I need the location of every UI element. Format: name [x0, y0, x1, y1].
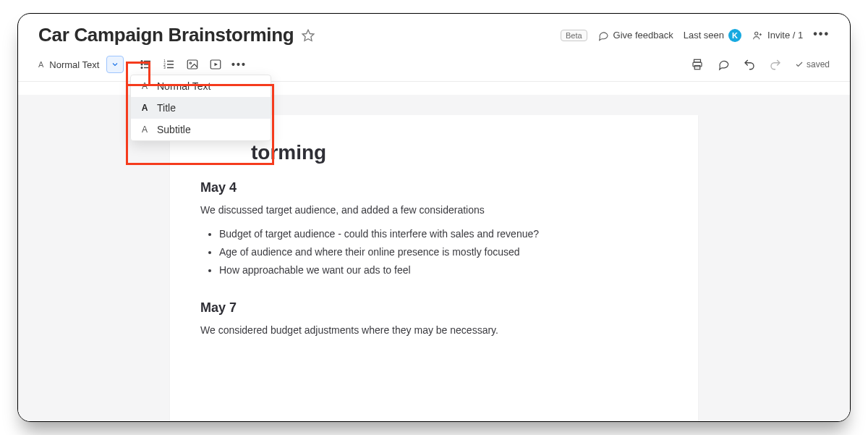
saved-indicator: saved: [795, 59, 830, 69]
list-item: Budget of target audience - could this i…: [219, 225, 668, 243]
text-style-dropdown: A Normal Text A Title A Subtitle: [130, 75, 271, 141]
svg-marker-17: [215, 63, 218, 67]
list-item: Age of audience and where their online p…: [219, 243, 668, 261]
invite-button[interactable]: Invite / 1: [752, 30, 803, 41]
formatting-icons: 1 2 3 •••: [140, 58, 245, 71]
text-style-current: Normal Text: [49, 59, 99, 70]
give-feedback-button[interactable]: Give feedback: [597, 30, 673, 41]
invite-label: Invite / 1: [767, 30, 803, 41]
section-heading: May 4: [200, 180, 668, 195]
redo-icon[interactable]: [769, 58, 782, 71]
text-style-a-icon: A: [140, 124, 150, 135]
svg-point-4: [142, 64, 143, 65]
text-style-a-icon: A: [140, 103, 150, 113]
svg-point-6: [142, 67, 143, 69]
header-bar: Car Campaign Brainstorming Beta Give fee…: [18, 14, 850, 51]
workspace: torming May 4 We discussed target audien…: [18, 95, 850, 421]
svg-marker-0: [302, 30, 314, 41]
style-option-label: Subtitle: [157, 124, 191, 135]
document-title-fragment: torming: [200, 141, 668, 164]
text-style-a-icon: A: [140, 81, 150, 91]
section-paragraph: We considered budget adjustments where t…: [200, 323, 668, 338]
svg-point-1: [755, 32, 758, 35]
favorite-star-icon[interactable]: [301, 28, 315, 43]
comment-icon[interactable]: [717, 58, 730, 71]
speech-bubble-icon: [597, 30, 609, 41]
page-title: Car Campaign Brainstorming: [38, 24, 294, 46]
style-option-label: Title: [157, 102, 176, 114]
avatar: K: [728, 29, 741, 42]
person-plus-icon: [752, 30, 763, 41]
text-style-dropdown-toggle[interactable]: [106, 56, 124, 73]
svg-point-15: [190, 62, 192, 64]
more-menu-icon[interactable]: •••: [813, 28, 830, 41]
undo-icon[interactable]: [743, 58, 756, 71]
style-option-label: Normal Text: [157, 80, 210, 92]
section-heading: May 7: [200, 300, 668, 316]
svg-rect-14: [188, 60, 198, 69]
last-seen-label: Last seen: [684, 30, 724, 41]
beta-badge: Beta: [561, 30, 587, 41]
style-option-normal-text[interactable]: A Normal Text: [131, 75, 271, 97]
video-icon[interactable]: [209, 58, 222, 71]
style-option-subtitle[interactable]: A Subtitle: [131, 119, 271, 140]
section-paragraph: We discussed target audience, and added …: [200, 203, 668, 218]
svg-text:3: 3: [164, 66, 166, 69]
app-window: Car Campaign Brainstorming Beta Give fee…: [17, 13, 851, 422]
bulleted-list-icon[interactable]: [140, 58, 153, 71]
last-seen[interactable]: Last seen K: [684, 29, 741, 42]
svg-point-2: [142, 61, 143, 62]
list-item: How approachable we want our ads to feel: [219, 261, 668, 279]
header-right: Beta Give feedback Last seen K Invite / …: [561, 29, 830, 42]
style-option-title[interactable]: A Title: [131, 97, 271, 119]
toolbar-more-icon[interactable]: •••: [232, 58, 245, 71]
give-feedback-label: Give feedback: [613, 30, 673, 41]
print-icon[interactable]: [691, 58, 704, 71]
numbered-list-icon[interactable]: 1 2 3: [163, 58, 176, 71]
text-style-a-icon: A: [38, 60, 43, 69]
check-icon: [795, 60, 804, 69]
toolbar-right: saved: [691, 58, 830, 71]
svg-rect-20: [694, 66, 700, 69]
image-icon[interactable]: [186, 58, 199, 71]
text-style-select[interactable]: A Normal Text: [38, 55, 99, 74]
document[interactable]: torming May 4 We discussed target audien…: [170, 115, 698, 421]
chevron-down-icon: [111, 60, 119, 69]
bullet-list: Budget of target audience - could this i…: [200, 225, 668, 280]
saved-label: saved: [807, 59, 830, 69]
